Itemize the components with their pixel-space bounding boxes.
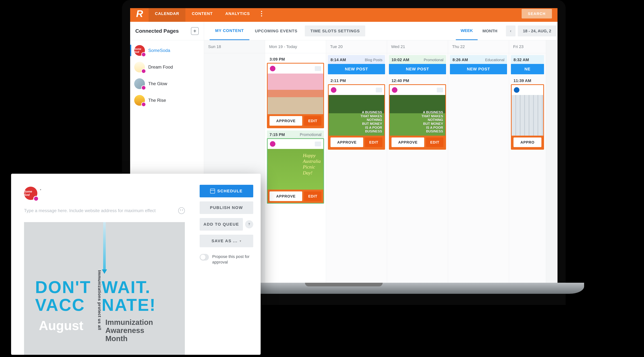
- nav-more-menu[interactable]: [256, 6, 267, 22]
- image-text: VACC: [35, 295, 85, 315]
- day-column-thu: Thu 22 8:26 AMEducational NEW POST: [448, 40, 509, 284]
- approve-button[interactable]: APPROVE: [270, 192, 302, 201]
- slot-time: 12:40 PM: [389, 76, 446, 84]
- new-post-button[interactable]: NEW POST: [389, 64, 446, 74]
- page-avatar: [134, 95, 145, 106]
- save-as-dropdown[interactable]: SAVE AS ...▾: [200, 235, 253, 247]
- day-header: Fri 23: [509, 40, 546, 53]
- date-range-label[interactable]: 18 - 24, AUG, 2: [518, 26, 556, 36]
- range-week[interactable]: WEEK: [456, 22, 478, 40]
- subtab-upcoming-events[interactable]: UPCOMING EVENTS: [249, 22, 303, 40]
- new-post-button[interactable]: NEW POST: [328, 64, 385, 74]
- instagram-icon: [141, 52, 146, 57]
- post-image: [268, 74, 323, 114]
- nav-tab-analytics[interactable]: ANALYTICS: [219, 6, 256, 22]
- approve-button[interactable]: APPROVE: [392, 138, 424, 147]
- emoji-picker-button[interactable]: [178, 207, 185, 214]
- search-button[interactable]: SEARCH: [522, 9, 552, 18]
- day-column-fri: Fri 23 8:32 AM NE 11:39 AM: [509, 40, 546, 284]
- instagram-icon: [331, 87, 336, 93]
- image-icon: [315, 66, 321, 71]
- chevron-down-icon[interactable]: ▾: [40, 188, 41, 191]
- edit-button[interactable]: EDIT: [304, 192, 322, 201]
- composer-image-preview[interactable]: Immunizations protect us all DON'T WAIT.…: [24, 222, 185, 355]
- sidebar-page-theglow[interactable]: The Glow: [130, 76, 204, 92]
- range-month[interactable]: MONTH: [478, 22, 502, 40]
- add-page-button[interactable]: +: [191, 27, 199, 35]
- day-column-mon: Mon 19 - Today 3:09 PM APPROVE: [265, 40, 326, 284]
- page-avatar: [134, 62, 145, 72]
- instagram-icon: [270, 66, 276, 71]
- sidebar-title: Connected Pages: [135, 28, 191, 34]
- post-image: A BUSINESS THAT MAKES NOTHING BUT MONEY …: [329, 95, 384, 136]
- help-icon[interactable]: ?: [245, 220, 253, 228]
- instagram-icon: [33, 196, 39, 202]
- propose-approval-toggle[interactable]: [200, 254, 209, 260]
- message-input[interactable]: Type a message here. Include website add…: [24, 208, 174, 213]
- day-column-wed: Wed 21 10:02 AMPromotional NEW POST 12:4…: [387, 40, 448, 284]
- add-to-queue-button[interactable]: ADD TO QUEUE: [200, 218, 243, 230]
- image-icon: [376, 88, 382, 92]
- post-card[interactable]: APPROVE EDIT: [267, 63, 324, 128]
- schedule-button[interactable]: SCHEDULE: [200, 185, 253, 197]
- subtab-my-content[interactable]: MY CONTENT: [210, 22, 249, 40]
- approve-button[interactable]: APPROVE: [270, 116, 302, 126]
- approve-button[interactable]: APPRO: [514, 138, 542, 147]
- image-icon: [315, 142, 321, 146]
- instagram-icon: [270, 141, 276, 147]
- instagram-icon: [392, 87, 398, 93]
- prev-week-button[interactable]: ‹: [506, 26, 516, 36]
- nav-tab-content[interactable]: CONTENT: [186, 6, 219, 22]
- edit-button[interactable]: EDIT: [426, 138, 444, 147]
- day-header: Sun 18: [204, 40, 265, 53]
- composer-page-avatar[interactable]: Some Sod: [24, 187, 37, 200]
- post-overlay-text: Happy Australia Picnic Day!: [303, 153, 321, 176]
- post-card[interactable]: Happy Australia Picnic Day! APPROVE EDIT: [267, 138, 324, 204]
- instagram-icon: [141, 69, 146, 74]
- subtab-time-slots-settings[interactable]: TIME SLOTS SETTINGS: [305, 26, 365, 36]
- sidebar-item-label: SomeSoda: [148, 48, 170, 53]
- linkedin-icon: [514, 87, 520, 93]
- sidebar-page-therise[interactable]: The Rise: [130, 92, 204, 109]
- image-text: WAIT.: [102, 278, 151, 297]
- sidebar-page-somesoda[interactable]: Some Sod SomeSoda: [130, 42, 204, 59]
- image-text: Immunizations protect us all: [97, 270, 102, 330]
- day-column-tue: Tue 20 8:14 AMBlog Posts NEW POST 2:11 P…: [326, 40, 387, 284]
- slot-header: 10:02 AMPromotional: [389, 55, 446, 65]
- edit-button[interactable]: EDIT: [304, 116, 322, 126]
- slot-time: 11:39 AM: [511, 76, 544, 84]
- page-avatar: [134, 78, 145, 89]
- instagram-icon: [141, 102, 146, 107]
- nav-tab-calendar[interactable]: CALENDAR: [148, 6, 186, 22]
- day-header: Mon 19 - Today: [265, 40, 326, 53]
- post-card[interactable]: A BUSINESS THAT MAKES NOTHING BUT MONEY …: [389, 84, 446, 150]
- image-text: NATE!: [102, 295, 156, 315]
- content-subnav: MY CONTENT UPCOMING EVENTS TIME SLOTS SE…: [204, 22, 558, 40]
- post-card[interactable]: APPRO: [511, 84, 544, 150]
- post-card[interactable]: A BUSINESS THAT MAKES NOTHING BUT MONEY …: [328, 84, 385, 150]
- sidebar-item-label: The Rise: [148, 98, 166, 103]
- post-image: Happy Australia Picnic Day!: [268, 149, 323, 190]
- publish-now-button[interactable]: PUBLISH NOW: [200, 202, 253, 214]
- instagram-icon: [141, 85, 146, 90]
- post-image: A BUSINESS THAT MAKES NOTHING BUT MONEY …: [390, 95, 445, 136]
- image-text: DON'T: [35, 278, 91, 297]
- day-header: Tue 20: [326, 40, 387, 53]
- day-header: Wed 21: [387, 40, 448, 53]
- day-header: Thu 22: [448, 40, 509, 53]
- page-avatar: Some Sod: [134, 45, 145, 56]
- top-navbar: R CALENDAR CONTENT ANALYTICS SEARCH: [130, 6, 558, 22]
- image-text: August: [39, 318, 83, 333]
- sidebar-item-label: The Glow: [148, 81, 167, 86]
- propose-approval-label: Propose this post for approval: [212, 254, 253, 265]
- image-text: Immunization Awareness Month: [105, 318, 153, 342]
- sidebar-item-label: Dream Food: [148, 64, 173, 70]
- new-post-button[interactable]: NEW POST: [450, 64, 507, 74]
- app-logo[interactable]: R: [130, 6, 148, 22]
- slot-time: 3:09 PM: [267, 55, 324, 63]
- slot-time: 7:15 PMPromotional: [267, 130, 324, 138]
- sidebar-page-dreamfood[interactable]: Dream Food: [130, 59, 204, 76]
- approve-button[interactable]: APPROVE: [330, 138, 363, 147]
- new-post-button[interactable]: NE: [511, 64, 544, 74]
- edit-button[interactable]: EDIT: [365, 138, 382, 147]
